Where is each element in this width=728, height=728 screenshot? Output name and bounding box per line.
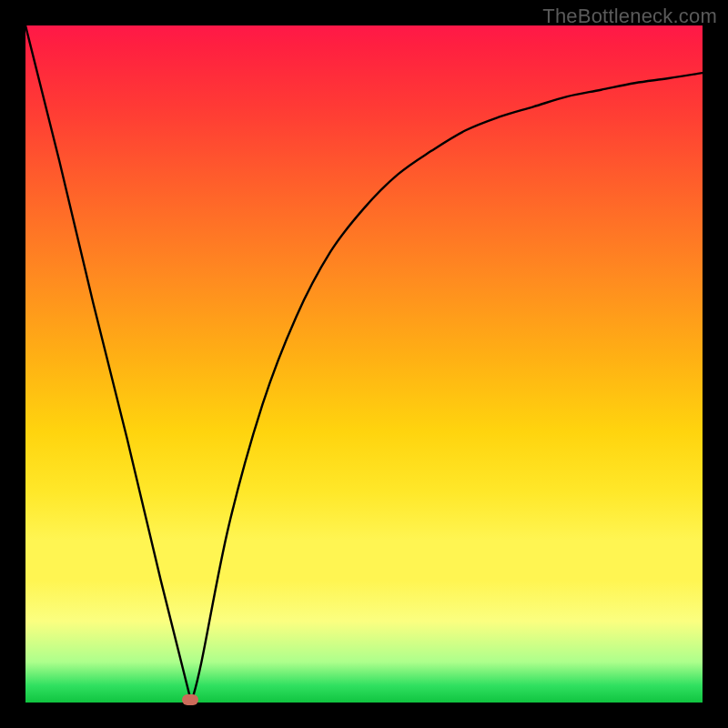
plot-area (25, 25, 703, 703)
chart-frame: TheBottleneck.com (0, 0, 728, 728)
curve-svg (25, 25, 703, 703)
bottleneck-curve-path (25, 25, 703, 703)
minimum-marker (182, 694, 198, 705)
